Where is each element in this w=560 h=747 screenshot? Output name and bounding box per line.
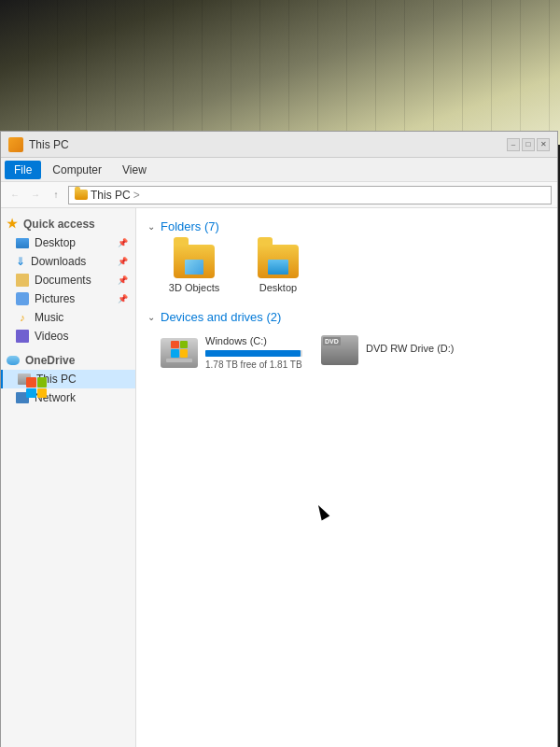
- path-folder: This PC: [75, 189, 131, 202]
- menu-view[interactable]: View: [113, 161, 156, 179]
- desktop-label: Desktop: [35, 236, 76, 249]
- videos-icon: [16, 330, 29, 343]
- up-button[interactable]: ↑: [48, 187, 64, 204]
- sidebar-network[interactable]: Network: [1, 388, 135, 407]
- drive-name-d: DVD RW Drive (D:): [366, 343, 463, 354]
- folders-section-header: ⌄ Folders (7): [147, 219, 546, 233]
- dvd-icon: DVD: [321, 335, 358, 365]
- drive-item-d[interactable]: DVD DVD RW Drive (D:): [317, 331, 467, 374]
- folder-label-3dobjects: 3D Objects: [169, 282, 219, 293]
- sidebar-quick-access[interactable]: ★ Quick access: [1, 214, 135, 233]
- progress-bar-bg-c: [205, 350, 302, 357]
- path-thispc: This PC: [91, 189, 131, 202]
- pictures-icon: [16, 292, 29, 305]
- downloads-label: Downloads: [31, 255, 86, 268]
- desktop-icon: [16, 238, 29, 248]
- drive-info-c: Windows (C:) 1.78 TB free of 1.81 TB: [205, 335, 302, 370]
- videos-label: Videos: [35, 330, 68, 343]
- minimize-button[interactable]: –: [507, 138, 520, 151]
- explorer-window: This PC – □ ✕ File Computer View ← → ↑ T…: [0, 131, 558, 747]
- folder-icon-desktop: [258, 245, 299, 278]
- documents-label: Documents: [35, 274, 91, 287]
- hdd-icon: [161, 338, 198, 368]
- onedrive-icon: [7, 356, 20, 365]
- title-bar-controls: – □ ✕: [507, 138, 550, 151]
- title-bar-text: This PC: [29, 138, 501, 151]
- drive-top-d: DVD DVD RW Drive (D:): [321, 335, 463, 365]
- sidebar-item-music[interactable]: ♪ Music: [1, 308, 135, 327]
- drive-top-c: Windows (C:) 1.78 TB free of 1.81 TB: [161, 335, 302, 370]
- background-photo: [0, 0, 560, 145]
- onedrive-label: OneDrive: [25, 354, 75, 367]
- sidebar-item-documents[interactable]: Documents 📌: [1, 271, 135, 289]
- drives-title: Devices and drives (2): [161, 310, 281, 324]
- folder-label-desktop: Desktop: [259, 282, 297, 293]
- path-folder-icon: [75, 190, 88, 200]
- address-bar: ← → ↑ This PC >: [1, 182, 557, 208]
- sidebar: ★ Quick access Desktop 📌 ⇓ Downloads 📌 D…: [1, 208, 136, 747]
- sidebar-onedrive[interactable]: OneDrive: [1, 351, 135, 370]
- folder-icon-3dobjects: [174, 245, 215, 278]
- menu-file[interactable]: File: [5, 161, 41, 179]
- downloads-icon: ⇓: [16, 255, 25, 268]
- drive-item-c[interactable]: Windows (C:) 1.78 TB free of 1.81 TB: [157, 331, 306, 374]
- pin-icon: 📌: [118, 238, 128, 247]
- drive-space-c: 1.78 TB free of 1.81 TB: [205, 359, 302, 370]
- folders-title: Folders (7): [161, 219, 219, 233]
- quick-access-icon: ★: [7, 217, 18, 231]
- content-pane: ⌄ Folders (7) 3D Objects Desktop ⌄ Devic…: [136, 208, 557, 747]
- sidebar-thispc[interactable]: This PC: [1, 370, 135, 388]
- pictures-label: Pictures: [35, 292, 75, 305]
- documents-icon: [16, 274, 29, 287]
- folders-chevron[interactable]: ⌄: [147, 221, 155, 232]
- progress-bar-fill-c: [205, 350, 301, 357]
- forward-button[interactable]: →: [27, 187, 44, 204]
- drives-section-header: ⌄ Devices and drives (2): [147, 310, 546, 324]
- drive-name-c: Windows (C:): [205, 335, 302, 346]
- address-path[interactable]: This PC >: [68, 186, 552, 204]
- music-label: Music: [35, 311, 63, 324]
- path-separator: >: [133, 189, 140, 202]
- title-bar-icon: [8, 137, 23, 152]
- sidebar-item-desktop[interactable]: Desktop 📌: [1, 233, 135, 252]
- folder-item-desktop[interactable]: Desktop: [241, 241, 315, 297]
- folder-grid: 3D Objects Desktop: [147, 241, 546, 297]
- back-button[interactable]: ←: [7, 187, 23, 204]
- quick-access-label: Quick access: [23, 218, 95, 231]
- pin-icon-pics: 📌: [118, 294, 128, 303]
- menu-bar: File Computer View: [1, 158, 557, 182]
- thispc-icon: [18, 374, 31, 385]
- drives-chevron[interactable]: ⌄: [147, 312, 155, 322]
- sidebar-item-pictures[interactable]: Pictures 📌: [1, 289, 135, 308]
- title-bar: This PC – □ ✕: [1, 132, 557, 158]
- pin-icon-docs: 📌: [118, 275, 128, 285]
- pin-icon-downloads: 📌: [118, 257, 128, 266]
- maximize-button[interactable]: □: [522, 138, 535, 151]
- menu-computer[interactable]: Computer: [43, 161, 111, 179]
- folder-item-3dobjects[interactable]: 3D Objects: [157, 241, 231, 297]
- close-button[interactable]: ✕: [537, 138, 550, 151]
- drive-info-d: DVD RW Drive (D:): [366, 343, 463, 358]
- main-area: ★ Quick access Desktop 📌 ⇓ Downloads 📌 D…: [1, 208, 557, 747]
- sidebar-item-videos[interactable]: Videos: [1, 327, 135, 345]
- sidebar-item-downloads[interactable]: ⇓ Downloads 📌: [1, 252, 135, 271]
- drive-grid: Windows (C:) 1.78 TB free of 1.81 TB DVD: [147, 331, 546, 374]
- dvd-label-text: DVD: [323, 337, 341, 345]
- music-icon: ♪: [16, 311, 29, 324]
